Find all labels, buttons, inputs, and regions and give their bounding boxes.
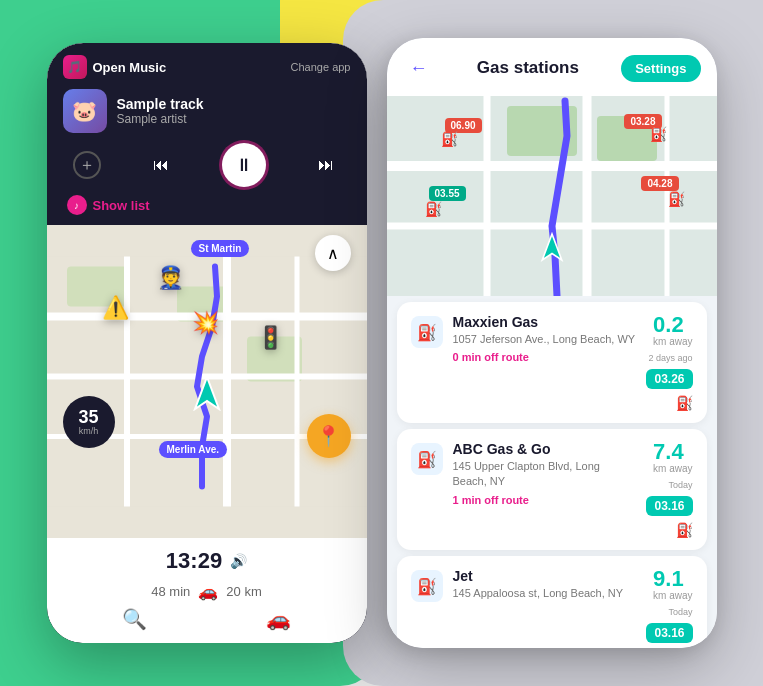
track-name: Sample track [117,96,204,112]
station-distance-unit-1: km away [653,336,692,347]
station-price-2: 03.16 [646,496,692,516]
station-name-2: ABC Gas & Go [453,441,637,457]
station-distance-group-2: 7.4 km away [653,441,692,474]
car-nav-button[interactable]: 🚗 [266,607,291,631]
search-nav-button[interactable]: 🔍 [122,607,147,631]
merlin-label: Merlin Ave. [159,441,228,458]
location-button[interactable]: 📍 [307,414,351,458]
bottom-bar-left: 13:29 🔊 48 min 🚗 20 km 🔍 🚗 [47,538,367,643]
current-position [191,375,223,418]
station-info-2: ABC Gas & Go 145 Upper Clapton Blvd, Lon… [453,441,637,506]
svg-marker-10 [195,377,219,409]
station-fuel-small-1: ⛽ [676,395,693,411]
waze-nav-icon: 🚗 [198,582,218,601]
next-track-button[interactable]: ⏭ [312,151,340,179]
bottom-nav: 🔍 🚗 [63,601,351,631]
station-address-3: 145 Appaloosa st, Long Beach, NY [453,586,637,601]
map-price-4: 04.28 [641,176,678,191]
track-info: Sample track Sample artist [117,96,204,126]
station-distance-2: 7.4 [653,441,692,463]
music-track-row: 🐷 Sample track Sample artist [63,89,351,133]
station-distance-1: 0.2 [653,314,692,336]
station-price-3: 03.16 [646,623,692,643]
change-app-button[interactable]: Change app [291,61,351,73]
station-fuel-icon-2: ⛽ [411,443,443,475]
station-info-3: Jet 145 Appaloosa st, Long Beach, NY [453,568,637,605]
scroll-up-button[interactable]: ∧ [315,235,351,271]
station-item-3[interactable]: ⛽ Jet 145 Appaloosa st, Long Beach, NY 9… [397,556,707,648]
station-address-1: 1057 Jeferson Ave., Long Beach, WY [453,332,637,347]
music-panel: 🎵 Open Music Change app 🐷 Sample track S… [47,43,367,225]
speed-badge: 35 km/h [63,396,115,448]
station-price-time-2: Today [668,480,692,490]
station-list: ⛽ Maxxien Gas 1057 Jeferson Ave., Long B… [387,296,717,648]
right-map-position [539,232,565,266]
station-name-1: Maxxien Gas [453,314,637,330]
station-price-time-1: 2 days ago [648,353,692,363]
add-to-list-button[interactable]: ＋ [73,151,101,179]
speed-value: 35 [78,408,98,426]
eta-time: 13:29 [166,548,222,574]
station-item-1[interactable]: ⛽ Maxxien Gas 1057 Jeferson Ave., Long B… [397,302,707,423]
warning-marker: ⚠️ [102,295,129,321]
show-list-label: Show list [93,198,150,213]
right-screen: ← Gas stations Settings [387,38,717,648]
hazard-marker: 💥 [192,310,219,336]
map-fuel-icon-4: ⛽ [668,191,685,207]
speed-unit: km/h [79,426,99,436]
show-list-icon: ♪ [67,195,87,215]
station-name-3: Jet [453,568,637,584]
map-price-3: 03.55 [429,186,466,201]
station-price-time-3: Today [668,607,692,617]
station-route-1: 0 min off route [453,351,637,363]
station-address-2: 145 Upper Clapton Blvd, Long Beach, NY [453,459,637,490]
volume-icon: 🔊 [230,553,247,569]
page-title: Gas stations [477,58,579,78]
track-artwork: 🐷 [63,89,107,133]
open-music-label: Open Music [93,60,167,75]
station-price-1: 03.26 [646,369,692,389]
svg-marker-19 [542,234,562,260]
right-map: 06.90 03.28 03.55 04.28 ⛽ ⛽ ⛽ ⛽ [387,96,717,296]
map-fuel-icon-1: ⛽ [441,131,458,147]
station-right-1: 0.2 km away 2 days ago 03.26 ⛽ [646,314,692,411]
st-martin-label: St Martin [191,240,250,257]
station-fuel-small-2: ⛽ [676,522,693,538]
station-fuel-icon-1: ⛽ [411,316,443,348]
right-phone: ← Gas stations Settings [387,38,717,648]
map-fuel-icon-2: ⛽ [650,126,667,142]
eta-row: 13:29 🔊 [63,548,351,574]
station-distance-group-3: 9.1 km away [653,568,692,601]
station-distance-unit-3: km away [653,590,692,601]
station-right-2: 7.4 km away Today 03.16 ⛽ [646,441,692,538]
music-open-section: 🎵 Open Music [63,55,167,79]
station-item-2[interactable]: ⛽ ABC Gas & Go 145 Upper Clapton Blvd, L… [397,429,707,550]
trip-duration: 48 min [151,584,190,599]
background: 🎵 Open Music Change app 🐷 Sample track S… [0,0,763,686]
settings-button[interactable]: Settings [621,55,700,82]
phones-wrapper: 🎵 Open Music Change app 🐷 Sample track S… [22,18,742,668]
show-list-button[interactable]: ♪ Show list [63,195,154,215]
station-distance-group-1: 0.2 km away [653,314,692,347]
trip-distance: 20 km [226,584,261,599]
music-top-row: 🎵 Open Music Change app [63,55,351,79]
station-distance-3: 9.1 [653,568,692,590]
left-phone: 🎵 Open Music Change app 🐷 Sample track S… [47,43,367,643]
music-controls: ＋ ⏮ ⏸ ⏭ [63,143,351,187]
trip-info: 48 min 🚗 20 km [63,582,351,601]
left-map: St Martin Merlin Ave. 👮 ⚠️ 💥 🚦 35 [47,225,367,538]
traffic-marker: 🚦 [257,325,284,351]
map-fuel-icon-3: ⛽ [425,201,442,217]
play-pause-button[interactable]: ⏸ [222,143,266,187]
right-header: ← Gas stations Settings [387,38,717,96]
police-marker: 👮 [157,265,184,291]
music-app-icon: 🎵 [63,55,87,79]
track-artist: Sample artist [117,112,204,126]
back-button[interactable]: ← [403,52,435,84]
prev-track-button[interactable]: ⏮ [147,151,175,179]
station-fuel-icon-3: ⛽ [411,570,443,602]
station-right-3: 9.1 km away Today 03.16 ⛽ [646,568,692,648]
station-route-2: 1 min off route [453,494,637,506]
left-screen: 🎵 Open Music Change app 🐷 Sample track S… [47,43,367,643]
station-info-1: Maxxien Gas 1057 Jeferson Ave., Long Bea… [453,314,637,363]
